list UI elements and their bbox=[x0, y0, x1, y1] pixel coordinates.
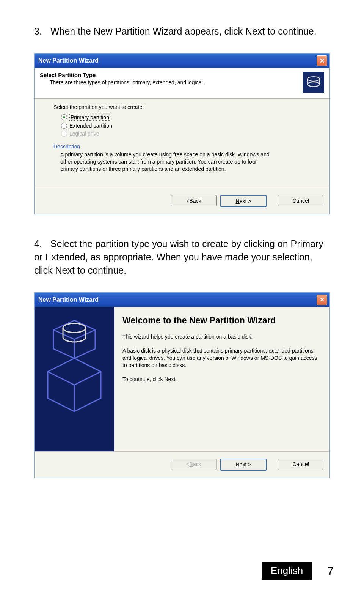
radio-extended-label: Extended partition bbox=[69, 123, 112, 129]
titlebar[interactable]: New Partition Wizard ✕ bbox=[35, 54, 329, 68]
svg-point-0 bbox=[308, 77, 320, 81]
step-4-body: Select the partition type you wish to cr… bbox=[34, 238, 323, 276]
window-title: New Partition Wizard bbox=[38, 296, 99, 303]
description-label: Description bbox=[53, 143, 311, 150]
wizard-body: Select the partition you want to create:… bbox=[35, 99, 329, 188]
prompt-text: Select the partition you want to create: bbox=[53, 104, 311, 110]
description-text: A primary partition is a volume you crea… bbox=[60, 151, 273, 173]
svg-point-2 bbox=[63, 323, 86, 333]
wizard-header-title: Select Partition Type bbox=[40, 72, 303, 78]
page-number: 7 bbox=[327, 564, 334, 577]
close-icon: ✕ bbox=[320, 57, 325, 65]
radio-icon bbox=[61, 114, 67, 120]
cancel-button[interactable]: Cancel bbox=[278, 459, 323, 470]
titlebar[interactable]: New Partition Wizard ✕ bbox=[35, 293, 329, 307]
radio-logical-label: Logical drive bbox=[69, 131, 99, 137]
back-button: < Back bbox=[171, 459, 217, 470]
wizard-header: Select Partition Type There are three ty… bbox=[35, 68, 329, 99]
next-button[interactable]: Next > bbox=[220, 459, 267, 471]
welcome-p3: To continue, click Next. bbox=[122, 376, 318, 383]
radio-primary-partition[interactable]: Primary partition bbox=[61, 114, 311, 121]
radio-icon bbox=[61, 123, 67, 129]
step-4-num: 4. bbox=[34, 237, 48, 251]
wizard-footer: < Back Next > Cancel bbox=[35, 188, 329, 214]
step-4-text: 4. Select the partition type you wish to… bbox=[34, 237, 330, 277]
disk-icon bbox=[303, 72, 324, 93]
wizard-footer: < Back Next > Cancel bbox=[35, 451, 329, 478]
radio-extended-partition[interactable]: Extended partition bbox=[61, 123, 311, 129]
back-button[interactable]: < Back bbox=[171, 195, 217, 206]
next-button[interactable]: Next > bbox=[220, 195, 267, 207]
close-icon: ✕ bbox=[320, 296, 325, 303]
page-footer: English 7 bbox=[262, 562, 334, 580]
wizard-welcome-body: Welcome to the New Partition Wizard This… bbox=[35, 307, 329, 451]
radio-primary-label: Primary partition bbox=[69, 114, 110, 121]
language-badge: English bbox=[262, 562, 312, 580]
radio-icon bbox=[61, 131, 67, 137]
close-button[interactable]: ✕ bbox=[317, 295, 327, 305]
wizard-header-sub: There are three types of partitions: pri… bbox=[50, 79, 303, 85]
dialog-welcome-new-partition: New Partition Wizard ✕ bbox=[34, 292, 330, 478]
step-3-text: 3. When the New Partition Wizard appears… bbox=[34, 25, 330, 38]
close-button[interactable]: ✕ bbox=[317, 55, 327, 66]
cancel-button[interactable]: Cancel bbox=[278, 195, 323, 206]
step-3-body: When the New Partition Wizard appears, c… bbox=[50, 26, 317, 36]
dialog-select-partition-type: New Partition Wizard ✕ Select Partition … bbox=[34, 53, 330, 214]
welcome-title: Welcome to the New Partition Wizard bbox=[122, 315, 318, 326]
step-3-num: 3. bbox=[34, 25, 48, 38]
welcome-p1: This wizard helps you create a partition… bbox=[122, 333, 318, 340]
wizard-side-graphic bbox=[35, 307, 114, 451]
svg-point-1 bbox=[308, 82, 320, 87]
radio-logical-drive: Logical drive bbox=[61, 131, 311, 137]
welcome-p2: A basic disk is a physical disk that con… bbox=[122, 347, 318, 369]
window-title: New Partition Wizard bbox=[38, 57, 99, 64]
